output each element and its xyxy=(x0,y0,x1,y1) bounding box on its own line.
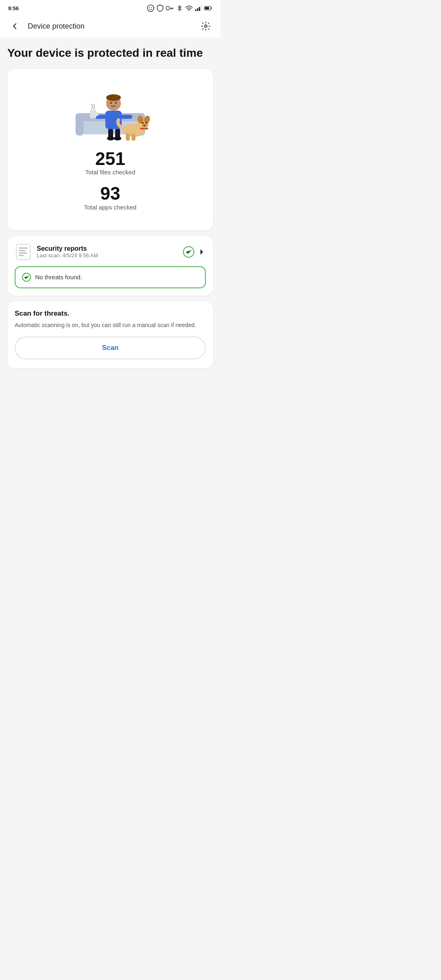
svg-rect-8 xyxy=(195,9,196,11)
toolbar-title: Device protection xyxy=(28,22,198,31)
svg-rect-49 xyxy=(19,250,25,251)
stats-card: 251 Total files checked 93 Total apps ch… xyxy=(7,69,213,230)
no-threats-check-icon xyxy=(22,273,31,282)
scan-heading: Scan for threats. xyxy=(15,310,206,318)
svg-rect-45 xyxy=(131,134,136,141)
mute-icon xyxy=(176,4,183,12)
reports-header: Security reports Last scan: 4/5/24 9:56 … xyxy=(15,243,206,261)
reports-icon-wrap xyxy=(15,243,32,261)
signal-icon xyxy=(195,5,202,11)
svg-point-30 xyxy=(106,94,121,101)
svg-point-41 xyxy=(144,125,145,126)
svg-point-14 xyxy=(205,25,207,27)
main-content: Your device is protected in real time xyxy=(0,38,220,386)
svg-rect-28 xyxy=(96,112,98,116)
settings-button[interactable] xyxy=(198,19,213,33)
svg-point-32 xyxy=(115,102,117,104)
files-checked-number: 251 xyxy=(95,149,125,169)
svg-rect-44 xyxy=(126,134,130,141)
svg-rect-51 xyxy=(19,255,24,256)
shield-status-icon xyxy=(157,4,163,12)
battery-icon xyxy=(204,6,212,11)
svg-rect-11 xyxy=(201,5,202,11)
svg-point-3 xyxy=(166,7,170,10)
document-icon xyxy=(16,244,31,260)
svg-rect-33 xyxy=(121,115,132,119)
svg-point-2 xyxy=(151,7,152,8)
toolbar: Device protection xyxy=(0,15,220,38)
svg-rect-10 xyxy=(199,7,200,11)
reports-info: Security reports Last scan: 4/5/24 9:56 … xyxy=(37,245,178,258)
svg-point-24 xyxy=(114,136,121,140)
page-heading: Your device is protected in real time xyxy=(7,46,213,60)
status-icons xyxy=(147,4,212,12)
wifi-icon xyxy=(185,5,193,11)
protection-illustration xyxy=(65,77,155,143)
svg-point-0 xyxy=(147,5,154,11)
svg-point-39 xyxy=(142,122,144,124)
key-icon xyxy=(166,5,174,11)
status-bar: 9:56 xyxy=(0,0,220,15)
svg-rect-50 xyxy=(19,252,27,254)
chevron-right-icon[interactable] xyxy=(198,248,206,256)
face-id-icon xyxy=(147,4,154,12)
svg-rect-47 xyxy=(16,244,30,260)
svg-rect-48 xyxy=(19,247,28,249)
reports-actions xyxy=(183,246,206,258)
svg-point-43 xyxy=(143,128,145,129)
no-threats-box: No threats found. xyxy=(15,266,206,288)
last-scan-text: Last scan: 4/5/24 9:56 AM xyxy=(37,252,178,258)
reports-title: Security reports xyxy=(37,245,178,252)
scan-section: Scan for threats. Automatic scanning is … xyxy=(7,301,213,368)
svg-point-31 xyxy=(110,102,112,104)
scan-button[interactable]: Scan xyxy=(15,336,206,359)
svg-point-7 xyxy=(189,10,189,11)
files-checked-label: Total files checked xyxy=(85,169,136,176)
svg-point-40 xyxy=(146,122,147,124)
apps-checked-label: Total apps checked xyxy=(84,204,136,211)
apps-checked-number: 93 xyxy=(100,184,120,203)
svg-point-1 xyxy=(149,7,150,8)
svg-rect-27 xyxy=(90,110,96,118)
svg-rect-9 xyxy=(197,8,198,11)
check-circle-icon[interactable] xyxy=(183,246,194,258)
security-reports-card: Security reports Last scan: 4/5/24 9:56 … xyxy=(7,236,213,296)
status-time: 9:56 xyxy=(8,5,19,11)
scan-description: Automatic scanning is on, but you can st… xyxy=(15,321,206,329)
svg-point-23 xyxy=(107,136,114,140)
no-threats-text: No threats found. xyxy=(35,274,82,281)
back-button[interactable] xyxy=(7,19,22,33)
svg-rect-13 xyxy=(205,7,209,9)
